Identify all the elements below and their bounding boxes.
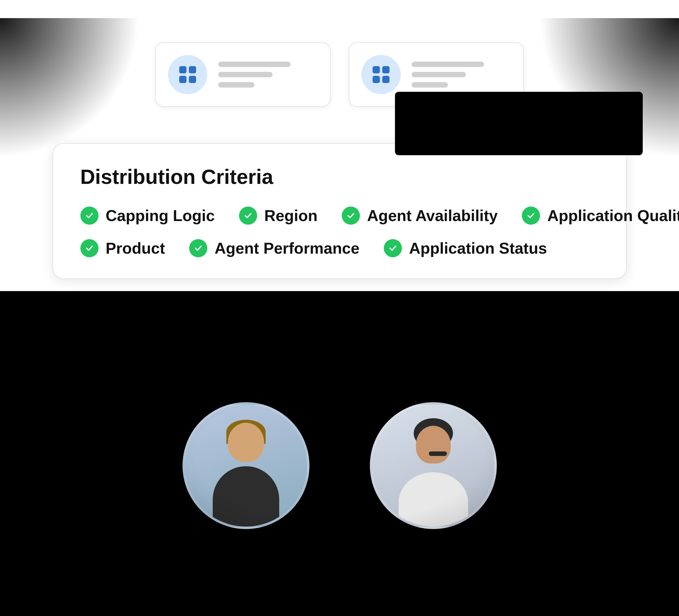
criteria-item-capping-logic: Capping Logic xyxy=(80,207,215,225)
vignette-overlay xyxy=(0,291,679,616)
person1-body xyxy=(213,466,279,529)
criteria-label-agent-performance: Agent Performance xyxy=(215,239,360,257)
criteria-item-agent-availability: Agent Availability xyxy=(342,207,498,225)
criteria-item-region: Region xyxy=(239,207,318,225)
card-icon-wrapper-2 xyxy=(361,55,401,94)
criteria-row-1: Capping Logic Region xyxy=(80,207,599,225)
avatar-person-2 xyxy=(370,402,497,529)
card-icon-inner-1 xyxy=(179,66,196,83)
check-icon-capping-logic xyxy=(80,207,98,225)
card-icon-wrapper-1 xyxy=(168,55,207,94)
icon-dot-1 xyxy=(179,66,187,73)
card-icon-inner-2 xyxy=(373,66,389,83)
criteria-label-application-status: Application Status xyxy=(409,239,547,257)
card-line-medium-2 xyxy=(412,72,466,77)
page-wrapper: Distribution Criteria Capping Logic xyxy=(0,0,679,616)
criteria-item-application-quality: Application Quality xyxy=(522,207,679,225)
icon-dot-3 xyxy=(179,76,187,83)
avatar-person-1 xyxy=(183,402,310,529)
icon-dot-7 xyxy=(373,76,380,83)
card-lines-1 xyxy=(218,62,312,88)
bottom-section xyxy=(0,291,679,616)
check-icon-product xyxy=(80,239,98,257)
person2-body xyxy=(398,472,468,529)
check-icon-region xyxy=(239,207,257,225)
criteria-item-product: Product xyxy=(80,239,165,257)
check-icon-agent-availability xyxy=(342,207,360,225)
distribution-criteria-card: Distribution Criteria Capping Logic xyxy=(53,143,627,279)
card-line-long-2 xyxy=(412,62,484,67)
icon-dot-2 xyxy=(189,66,196,73)
check-icon-application-status xyxy=(384,239,402,257)
card-lines-2 xyxy=(412,62,505,88)
criteria-row-2: Product Agent Performance xyxy=(80,239,599,257)
check-icon-application-quality xyxy=(522,207,540,225)
criteria-item-agent-performance: Agent Performance xyxy=(189,239,360,257)
icon-dot-5 xyxy=(373,66,380,73)
card-line-long-1 xyxy=(218,62,291,67)
card-1 xyxy=(155,42,331,107)
criteria-item-application-status: Application Status xyxy=(384,239,547,257)
criteria-label-capping-logic: Capping Logic xyxy=(106,207,215,225)
criteria-label-region: Region xyxy=(264,207,318,225)
criteria-label-product: Product xyxy=(106,239,165,257)
distribution-title: Distribution Criteria xyxy=(80,165,599,189)
icon-dot-6 xyxy=(382,66,389,73)
criteria-label-agent-availability: Agent Availability xyxy=(367,207,498,225)
top-area xyxy=(0,18,679,137)
check-icon-agent-performance xyxy=(189,239,207,257)
icon-dot-4 xyxy=(189,76,196,83)
card-line-short-2 xyxy=(412,82,448,88)
black-rect-overlay xyxy=(395,92,643,155)
criteria-label-application-quality: Application Quality xyxy=(547,207,679,225)
person1-head xyxy=(228,423,264,462)
person2-head xyxy=(416,426,451,464)
card-line-medium-1 xyxy=(218,72,272,77)
person2-headset xyxy=(429,451,447,456)
card-line-short-1 xyxy=(218,82,254,88)
criteria-grid: Capping Logic Region xyxy=(80,207,599,257)
icon-dot-8 xyxy=(382,76,389,83)
